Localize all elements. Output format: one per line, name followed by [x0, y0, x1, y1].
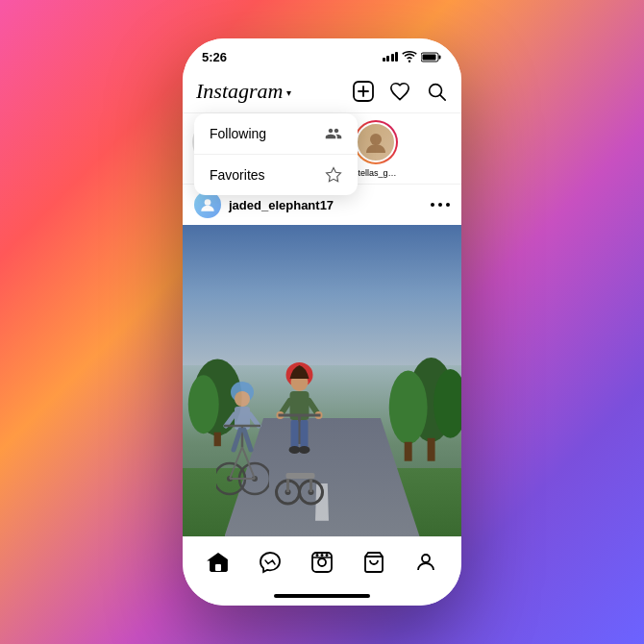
status-icons	[383, 51, 443, 62]
svg-rect-2	[423, 54, 436, 60]
nav-home-button[interactable]	[199, 543, 237, 582]
nav-messenger-button[interactable]	[251, 543, 289, 582]
post-image	[183, 225, 461, 536]
feed-filter-dropdown: Following Favorites	[194, 113, 358, 195]
svg-point-15	[388, 371, 427, 445]
svg-point-11	[431, 203, 434, 207]
svg-point-20	[188, 375, 219, 433]
star-icon	[325, 166, 342, 184]
bottom-nav	[183, 536, 461, 586]
svg-point-62	[316, 554, 319, 557]
stellas-story-avatar	[356, 122, 396, 162]
svg-line-7	[440, 95, 445, 100]
svg-point-66	[422, 555, 430, 562]
search-button[interactable]	[425, 80, 448, 103]
chevron-down-icon: ▾	[286, 87, 291, 98]
status-time: 5:26	[202, 50, 227, 64]
wifi-icon	[402, 51, 417, 62]
svg-rect-35	[285, 473, 314, 479]
logo-text: Instagram	[196, 79, 283, 104]
svg-rect-31	[290, 420, 298, 449]
svg-point-64	[326, 554, 329, 557]
following-label: Following	[210, 126, 266, 141]
phone-shell: 5:26 Instagram	[183, 38, 461, 606]
svg-rect-32	[300, 420, 308, 449]
activity-button[interactable]	[388, 80, 411, 103]
svg-rect-18	[404, 442, 411, 461]
svg-line-46	[250, 414, 259, 426]
person-add-icon	[325, 125, 342, 142]
header-icons	[352, 80, 448, 103]
svg-rect-58	[215, 564, 221, 571]
svg-point-13	[446, 203, 450, 207]
svg-point-63	[321, 554, 324, 557]
svg-line-49	[234, 430, 240, 450]
status-bar: 5:26	[183, 38, 461, 69]
favorites-label: Favorites	[210, 167, 265, 183]
nav-profile-button[interactable]	[407, 543, 445, 582]
svg-point-60	[318, 558, 326, 566]
home-bar	[274, 594, 370, 598]
svg-point-34	[298, 446, 310, 454]
instagram-logo[interactable]: Instagram ▾	[196, 79, 291, 104]
svg-rect-17	[427, 438, 434, 461]
svg-line-45	[226, 414, 235, 426]
svg-point-10	[205, 199, 211, 206]
story-item-stellas[interactable]: stellas_gr0...	[354, 120, 398, 178]
nav-shop-button[interactable]	[355, 543, 393, 582]
ig-header: Instagram ▾	[183, 69, 461, 113]
nav-reels-button[interactable]	[303, 543, 341, 582]
following-filter[interactable]: Following	[194, 113, 358, 155]
svg-rect-1	[439, 55, 441, 59]
favorites-filter[interactable]: Favorites	[194, 155, 358, 195]
home-indicator	[183, 586, 461, 606]
svg-point-9	[370, 134, 382, 145]
new-post-button[interactable]	[352, 80, 375, 103]
post-more-button[interactable]	[431, 203, 450, 207]
svg-point-43	[235, 391, 250, 407]
svg-point-12	[438, 203, 442, 207]
post-user-info[interactable]: jaded_elephant17	[194, 191, 334, 218]
post-username: jaded_elephant17	[229, 198, 334, 212]
signal-icon	[383, 52, 399, 62]
battery-icon	[421, 52, 442, 62]
svg-line-50	[244, 430, 251, 450]
stellas-story-label: stellas_gr0...	[354, 168, 398, 178]
post-user-avatar	[194, 191, 221, 218]
